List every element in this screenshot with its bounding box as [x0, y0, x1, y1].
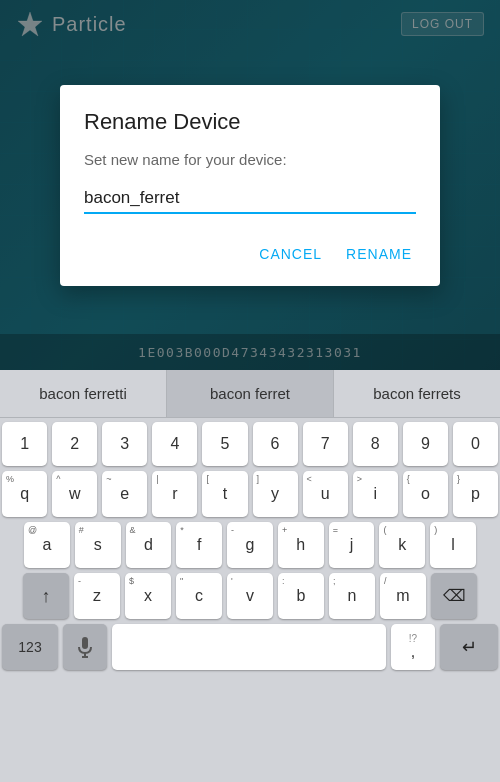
- key-p[interactable]: }p: [453, 471, 498, 517]
- key-f[interactable]: *f: [176, 522, 222, 568]
- key-m[interactable]: /m: [380, 573, 426, 619]
- key-l[interactable]: )l: [430, 522, 476, 568]
- rename-dialog: Rename Device Set new name for your devi…: [60, 85, 440, 286]
- bottom-row: 123 !? , ↵: [2, 624, 498, 670]
- key-n[interactable]: ;n: [329, 573, 375, 619]
- autocomplete-item-0[interactable]: bacon ferretti: [0, 370, 167, 417]
- zxcv-row: ↑ -z $x "c 'v :b ;n /m ⌫: [2, 573, 498, 619]
- qwerty-row: %q ^w ~e |r [t ]y <u >i {o }p: [2, 471, 498, 517]
- backspace-key[interactable]: ⌫: [431, 573, 477, 619]
- key-1[interactable]: 1: [2, 422, 47, 466]
- keyboard-area: bacon ferretti bacon ferret bacon ferret…: [0, 370, 500, 782]
- shift-key[interactable]: ↑: [23, 573, 69, 619]
- key-q[interactable]: %q: [2, 471, 47, 517]
- svg-rect-1: [82, 637, 88, 649]
- mic-key[interactable]: [63, 624, 107, 670]
- key-x[interactable]: $x: [125, 573, 171, 619]
- key-6[interactable]: 6: [253, 422, 298, 466]
- keyboard-rows: 1 2 3 4 5 6 7 8 9 0 %q ^w ~e |r [t ]y <u…: [0, 418, 500, 676]
- device-name-input[interactable]: [84, 184, 416, 214]
- key-123[interactable]: 123: [2, 624, 58, 670]
- dialog-label: Set new name for your device:: [84, 151, 416, 168]
- key-d[interactable]: &d: [126, 522, 172, 568]
- key-z[interactable]: -z: [74, 573, 120, 619]
- key-e[interactable]: ~e: [102, 471, 147, 517]
- key-o[interactable]: {o: [403, 471, 448, 517]
- key-v[interactable]: 'v: [227, 573, 273, 619]
- key-123-label: 123: [18, 639, 41, 655]
- key-s[interactable]: #s: [75, 522, 121, 568]
- dialog-overlay: Rename Device Set new name for your devi…: [0, 0, 500, 370]
- key-t[interactable]: [t: [202, 471, 247, 517]
- key-3[interactable]: 3: [102, 422, 147, 466]
- key-4[interactable]: 4: [152, 422, 197, 466]
- key-y[interactable]: ]y: [253, 471, 298, 517]
- key-0[interactable]: 0: [453, 422, 498, 466]
- mic-icon: [76, 636, 94, 658]
- autocomplete-bar: bacon ferretti bacon ferret bacon ferret…: [0, 370, 500, 418]
- key-w[interactable]: ^w: [52, 471, 97, 517]
- key-g[interactable]: -g: [227, 522, 273, 568]
- key-h[interactable]: +h: [278, 522, 324, 568]
- comma-key[interactable]: !? ,: [391, 624, 435, 670]
- key-8[interactable]: 8: [353, 422, 398, 466]
- key-2[interactable]: 2: [52, 422, 97, 466]
- dialog-actions: CANCEL RENAME: [84, 238, 416, 270]
- key-k[interactable]: (k: [379, 522, 425, 568]
- enter-key[interactable]: ↵: [440, 624, 498, 670]
- key-b[interactable]: :b: [278, 573, 324, 619]
- dialog-title: Rename Device: [84, 109, 416, 135]
- key-9[interactable]: 9: [403, 422, 448, 466]
- autocomplete-item-2[interactable]: bacon ferrets: [334, 370, 500, 417]
- rename-button[interactable]: RENAME: [342, 238, 416, 270]
- key-i[interactable]: >i: [353, 471, 398, 517]
- key-a[interactable]: @a: [24, 522, 70, 568]
- key-j[interactable]: =j: [329, 522, 375, 568]
- key-7[interactable]: 7: [303, 422, 348, 466]
- space-key[interactable]: [112, 624, 386, 670]
- key-u[interactable]: <u: [303, 471, 348, 517]
- key-r[interactable]: |r: [152, 471, 197, 517]
- autocomplete-item-1[interactable]: bacon ferret: [167, 370, 334, 417]
- cancel-button[interactable]: CANCEL: [255, 238, 326, 270]
- dialog-input-container: [84, 184, 416, 214]
- key-5[interactable]: 5: [202, 422, 247, 466]
- numbers-row: 1 2 3 4 5 6 7 8 9 0: [2, 422, 498, 466]
- key-c[interactable]: "c: [176, 573, 222, 619]
- asdf-row: @a #s &d *f -g +h =j (k )l: [2, 522, 498, 568]
